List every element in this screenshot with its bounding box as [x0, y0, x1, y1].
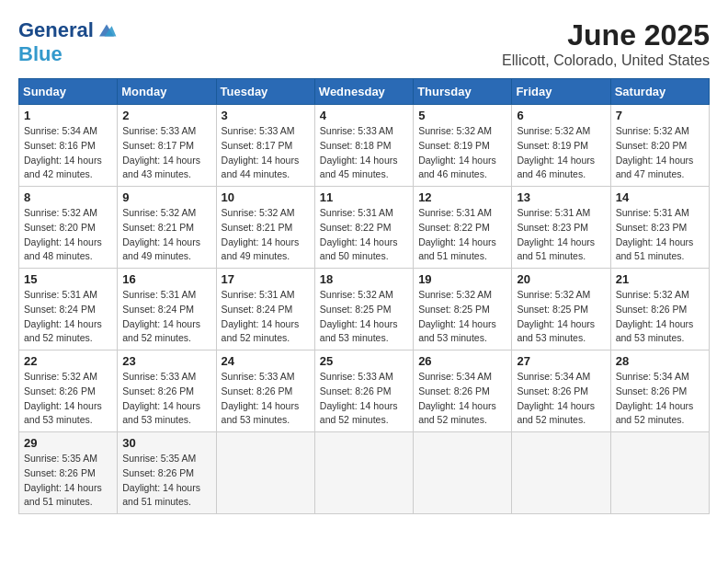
day-number: 30: [122, 436, 210, 450]
calendar-cell: 8Sunrise: 5:32 AMSunset: 8:20 PMDaylight…: [19, 187, 118, 269]
day-number: 28: [616, 354, 704, 368]
calendar-cell: 27Sunrise: 5:34 AMSunset: 8:26 PMDayligh…: [512, 350, 610, 432]
day-number: 29: [24, 436, 112, 450]
calendar-cell: 18Sunrise: 5:32 AMSunset: 8:25 PMDayligh…: [314, 269, 413, 350]
col-sunday: Sunday: [19, 79, 118, 105]
col-friday: Friday: [512, 79, 610, 105]
calendar-cell: 3Sunrise: 5:33 AMSunset: 8:17 PMDaylight…: [216, 105, 314, 187]
calendar-week-row: 1Sunrise: 5:34 AMSunset: 8:16 PMDaylight…: [19, 105, 710, 187]
calendar-cell: 19Sunrise: 5:32 AMSunset: 8:25 PMDayligh…: [414, 269, 512, 350]
day-info: Sunrise: 5:34 AMSunset: 8:26 PMDaylight:…: [616, 370, 704, 428]
day-number: 18: [320, 272, 408, 286]
calendar-cell: 2Sunrise: 5:33 AMSunset: 8:17 PMDaylight…: [118, 105, 216, 187]
calendar-cell: 29Sunrise: 5:35 AMSunset: 8:26 PMDayligh…: [19, 432, 118, 514]
col-saturday: Saturday: [610, 79, 709, 105]
day-info: Sunrise: 5:31 AMSunset: 8:23 PMDaylight:…: [616, 206, 704, 264]
calendar-cell: 17Sunrise: 5:31 AMSunset: 8:24 PMDayligh…: [216, 269, 314, 350]
day-info: Sunrise: 5:32 AMSunset: 8:26 PMDaylight:…: [24, 370, 112, 428]
calendar-cell: 23Sunrise: 5:33 AMSunset: 8:26 PMDayligh…: [118, 350, 216, 432]
day-info: Sunrise: 5:31 AMSunset: 8:24 PMDaylight:…: [24, 288, 112, 346]
day-number: 20: [517, 272, 605, 286]
day-number: 23: [122, 354, 210, 368]
day-info: Sunrise: 5:34 AMSunset: 8:16 PMDaylight:…: [24, 124, 112, 182]
calendar-cell: 13Sunrise: 5:31 AMSunset: 8:23 PMDayligh…: [512, 187, 610, 269]
day-info: Sunrise: 5:31 AMSunset: 8:22 PMDaylight:…: [418, 206, 506, 264]
calendar-cell: 1Sunrise: 5:34 AMSunset: 8:16 PMDaylight…: [19, 105, 118, 187]
day-number: 27: [517, 354, 605, 368]
day-info: Sunrise: 5:33 AMSunset: 8:17 PMDaylight:…: [222, 124, 310, 182]
col-monday: Monday: [118, 79, 216, 105]
day-info: Sunrise: 5:32 AMSunset: 8:20 PMDaylight:…: [616, 124, 704, 182]
calendar-cell: 22Sunrise: 5:32 AMSunset: 8:26 PMDayligh…: [19, 350, 118, 432]
calendar-cell: 28Sunrise: 5:34 AMSunset: 8:26 PMDayligh…: [610, 350, 709, 432]
calendar-cell: 30Sunrise: 5:35 AMSunset: 8:26 PMDayligh…: [118, 432, 216, 514]
day-number: 2: [122, 109, 210, 122]
col-wednesday: Wednesday: [314, 79, 413, 105]
day-number: 24: [222, 354, 310, 368]
calendar-table: Sunday Monday Tuesday Wednesday Thursday…: [18, 78, 710, 514]
day-info: Sunrise: 5:32 AMSunset: 8:19 PMDaylight:…: [517, 124, 605, 182]
day-number: 19: [418, 272, 506, 286]
day-number: 10: [222, 190, 310, 204]
day-info: Sunrise: 5:32 AMSunset: 8:21 PMDaylight:…: [122, 206, 210, 264]
calendar-cell: 4Sunrise: 5:33 AMSunset: 8:18 PMDaylight…: [314, 105, 413, 187]
day-number: 3: [222, 109, 310, 122]
day-number: 12: [418, 190, 506, 204]
calendar-cell: 21Sunrise: 5:32 AMSunset: 8:26 PMDayligh…: [610, 269, 709, 350]
calendar-cell: 25Sunrise: 5:33 AMSunset: 8:26 PMDayligh…: [314, 350, 413, 432]
day-info: Sunrise: 5:32 AMSunset: 8:26 PMDaylight:…: [616, 288, 704, 346]
day-number: 7: [616, 109, 704, 122]
day-info: Sunrise: 5:32 AMSunset: 8:25 PMDaylight:…: [517, 288, 605, 346]
calendar-cell: 7Sunrise: 5:32 AMSunset: 8:20 PMDaylight…: [610, 105, 709, 187]
day-number: 16: [122, 272, 210, 286]
day-number: 15: [24, 272, 112, 286]
calendar-cell: 14Sunrise: 5:31 AMSunset: 8:23 PMDayligh…: [610, 187, 709, 269]
day-number: 1: [24, 109, 112, 122]
day-info: Sunrise: 5:33 AMSunset: 8:17 PMDaylight:…: [122, 124, 210, 182]
day-number: 13: [517, 190, 605, 204]
day-number: 26: [418, 354, 506, 368]
day-number: 5: [418, 109, 506, 122]
calendar-cell: 5Sunrise: 5:32 AMSunset: 8:19 PMDaylight…: [414, 105, 512, 187]
day-info: Sunrise: 5:33 AMSunset: 8:26 PMDaylight:…: [222, 370, 310, 428]
calendar-cell: 10Sunrise: 5:32 AMSunset: 8:21 PMDayligh…: [216, 187, 314, 269]
day-info: Sunrise: 5:32 AMSunset: 8:25 PMDaylight:…: [320, 288, 408, 346]
calendar-cell: 6Sunrise: 5:32 AMSunset: 8:19 PMDaylight…: [512, 105, 610, 187]
day-info: Sunrise: 5:35 AMSunset: 8:26 PMDaylight:…: [24, 452, 112, 510]
day-number: 11: [320, 190, 408, 204]
day-number: 9: [122, 190, 210, 204]
day-number: 22: [24, 354, 112, 368]
day-info: Sunrise: 5:31 AMSunset: 8:24 PMDaylight:…: [122, 288, 210, 346]
calendar-week-row: 8Sunrise: 5:32 AMSunset: 8:20 PMDaylight…: [19, 187, 710, 269]
logo-icon: [96, 21, 118, 40]
day-info: Sunrise: 5:35 AMSunset: 8:26 PMDaylight:…: [122, 452, 210, 510]
day-info: Sunrise: 5:31 AMSunset: 8:22 PMDaylight:…: [320, 206, 408, 264]
day-number: 4: [320, 109, 408, 122]
day-info: Sunrise: 5:31 AMSunset: 8:24 PMDaylight:…: [222, 288, 310, 346]
calendar-week-row: 29Sunrise: 5:35 AMSunset: 8:26 PMDayligh…: [19, 432, 710, 514]
day-number: 21: [616, 272, 704, 286]
calendar-week-row: 22Sunrise: 5:32 AMSunset: 8:26 PMDayligh…: [19, 350, 710, 432]
logo-general-text: General: [18, 18, 94, 42]
calendar-week-row: 15Sunrise: 5:31 AMSunset: 8:24 PMDayligh…: [19, 269, 710, 350]
day-info: Sunrise: 5:33 AMSunset: 8:26 PMDaylight:…: [122, 370, 210, 428]
day-info: Sunrise: 5:32 AMSunset: 8:25 PMDaylight:…: [418, 288, 506, 346]
day-info: Sunrise: 5:32 AMSunset: 8:20 PMDaylight:…: [24, 206, 112, 264]
title-area: June 2025 Ellicott, Colorado, United Sta…: [502, 18, 710, 69]
calendar-cell: 12Sunrise: 5:31 AMSunset: 8:22 PMDayligh…: [414, 187, 512, 269]
day-number: 14: [616, 190, 704, 204]
calendar-cell: 11Sunrise: 5:31 AMSunset: 8:22 PMDayligh…: [314, 187, 413, 269]
day-info: Sunrise: 5:32 AMSunset: 8:19 PMDaylight:…: [418, 124, 506, 182]
calendar-cell: 15Sunrise: 5:31 AMSunset: 8:24 PMDayligh…: [19, 269, 118, 350]
logo-blue-text: Blue: [18, 42, 63, 66]
day-info: Sunrise: 5:34 AMSunset: 8:26 PMDaylight:…: [517, 370, 605, 428]
day-info: Sunrise: 5:34 AMSunset: 8:26 PMDaylight:…: [418, 370, 506, 428]
calendar-cell: [216, 432, 314, 514]
calendar-cell: 9Sunrise: 5:32 AMSunset: 8:21 PMDaylight…: [118, 187, 216, 269]
day-number: 6: [517, 109, 605, 122]
day-info: Sunrise: 5:33 AMSunset: 8:26 PMDaylight:…: [320, 370, 408, 428]
header-row: Sunday Monday Tuesday Wednesday Thursday…: [19, 79, 710, 105]
calendar-cell: 16Sunrise: 5:31 AMSunset: 8:24 PMDayligh…: [118, 269, 216, 350]
day-number: 17: [222, 272, 310, 286]
page-header: General Blue June 2025 Ellicott, Colorad…: [18, 18, 710, 69]
